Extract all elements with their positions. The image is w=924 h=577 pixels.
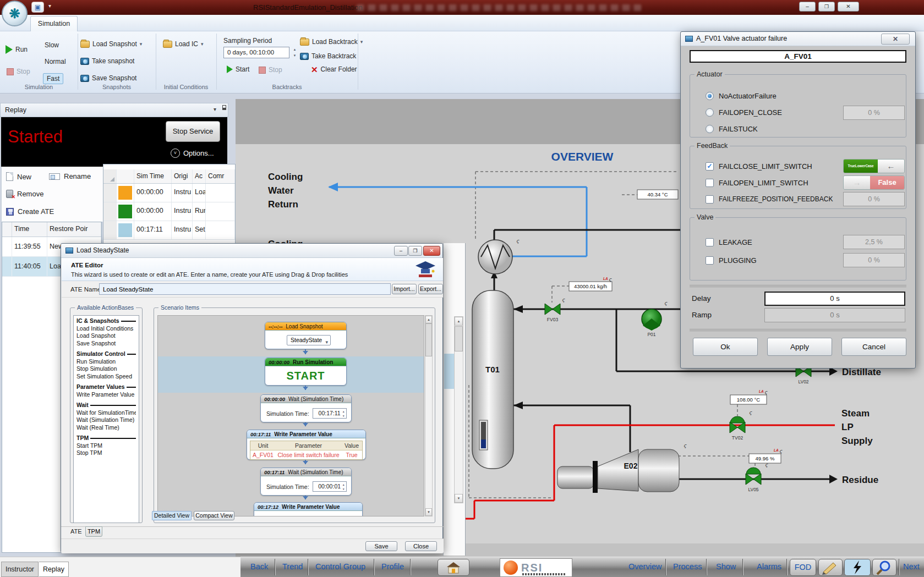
scrollbar-thumb[interactable] xyxy=(455,326,463,351)
select-all-cell[interactable] xyxy=(103,169,117,183)
import-button[interactable]: Import... xyxy=(392,284,417,294)
nav-next[interactable]: Next xyxy=(903,562,920,571)
clear-folder-button[interactable]: ✕Clear Folder xyxy=(311,65,357,73)
window-maximize-button[interactable]: ❐ xyxy=(818,2,835,12)
tab-ate[interactable]: ATE xyxy=(70,528,82,535)
action-header[interactable]: Ac xyxy=(193,169,206,183)
restore-point-column-header[interactable]: Restore Poir xyxy=(47,222,101,237)
actionbase-item[interactable]: Start TPM xyxy=(76,442,136,450)
rename-button[interactable]: Rename xyxy=(49,172,91,180)
load-ic-button[interactable]: Load IC▾ xyxy=(163,40,204,48)
failopen-toggle[interactable]: → False xyxy=(843,175,905,190)
save-button[interactable]: Save xyxy=(365,541,397,551)
nav-control-group[interactable]: Control Group xyxy=(315,562,365,571)
stop-service-button[interactable]: Stop Service xyxy=(166,121,220,142)
annotate-button[interactable] xyxy=(818,559,843,576)
apply-button[interactable]: Apply xyxy=(767,338,832,356)
home-button[interactable] xyxy=(438,559,469,576)
scenario-block-write-parameter-2[interactable]: 00:17:12Write Parameter Value xyxy=(254,502,363,516)
snapshot-select[interactable]: SteadyState▾ xyxy=(287,335,331,345)
app-menu-button[interactable]: ❋ xyxy=(2,1,28,26)
tab-replay[interactable]: Replay xyxy=(39,562,69,577)
checkbox-failopen-limit-switch[interactable] xyxy=(706,179,714,187)
dialog-title-bar[interactable]: A_FV01 Valve actuator failure ✕ xyxy=(681,32,915,46)
scroll-down-button[interactable]: ▼ xyxy=(455,494,463,503)
detailed-view-button[interactable]: Detailed View xyxy=(152,511,192,520)
take-snapshot-button[interactable]: Take snapshot xyxy=(80,57,134,65)
dialog-close-button[interactable]: ✕ xyxy=(881,34,910,45)
failclose-toggle[interactable]: TrueLowerCase ← xyxy=(843,159,905,173)
actionbase-item[interactable]: Load Initial Conditions xyxy=(76,325,136,333)
take-backtrack-button[interactable]: Take Backtrack xyxy=(300,52,356,60)
dialog-close-button[interactable]: ✕ xyxy=(423,246,440,256)
actionbase-item[interactable]: Wait (Simulation Time) xyxy=(76,416,136,424)
checkbox-failclose-limit-switch[interactable]: ✓ xyxy=(706,162,714,171)
new-button[interactable]: New xyxy=(6,172,31,181)
vertical-scrollbar[interactable]: ▲ ▼ xyxy=(454,316,463,503)
radio-failstuck[interactable] xyxy=(706,125,714,133)
origin-header[interactable]: Origi xyxy=(172,169,193,183)
tab-tpm[interactable]: TPM xyxy=(85,526,102,537)
scenario-block-write-parameter[interactable]: 00:17:11Write Parameter Value Unit Param… xyxy=(247,430,366,460)
nav-trend[interactable]: Trend xyxy=(282,562,303,571)
delay-input[interactable]: 0 s xyxy=(764,292,905,306)
options-button[interactable]: ˅ Options... xyxy=(171,149,214,158)
table-row[interactable]: 00:00:00 Instru Run xyxy=(103,202,235,221)
sampling-period-stepper[interactable]: ▲▼ xyxy=(291,47,298,58)
quick-access-icon[interactable]: ▣ xyxy=(31,2,44,13)
create-ate-button[interactable]: Create ATE xyxy=(6,207,54,216)
load-snapshot-button[interactable]: Load Snapshot▾ xyxy=(80,40,142,48)
nav-overview[interactable]: Overview xyxy=(628,562,661,571)
events-button[interactable] xyxy=(844,559,871,576)
scenario-block-run-simulation[interactable]: 00:00:00Run Simulation START xyxy=(265,358,347,386)
simulation-time-input[interactable]: 00:17:11▲▼ xyxy=(313,408,347,419)
load-backtrack-button[interactable]: Load Backtrack▾ xyxy=(300,38,363,46)
export-button[interactable]: Export... xyxy=(418,284,443,294)
actionbase-item[interactable]: Save Snapshot xyxy=(76,340,136,348)
checkbox-plugging[interactable] xyxy=(706,256,714,265)
actionbase-item[interactable]: Stop TPM xyxy=(76,449,136,457)
table-row[interactable]: 00:17:11 Instru Set xyxy=(103,221,235,240)
nav-show[interactable]: Show xyxy=(716,562,736,571)
scenario-block-load-snapshot[interactable]: --:--:--Load Snapshot SteadyState▾ xyxy=(265,322,347,349)
backtrack-start-button[interactable]: Start xyxy=(227,65,249,73)
checkbox-leakage[interactable] xyxy=(706,238,714,246)
actionbase-item[interactable]: Wait (Real Time) xyxy=(76,424,136,432)
right-arrow-icon[interactable]: → xyxy=(844,176,870,189)
comment-header[interactable]: Comr xyxy=(206,169,235,183)
scenario-block-wait-1[interactable]: 00:00:00Wait (Simulation Time) Simulatio… xyxy=(260,394,352,422)
left-arrow-icon[interactable]: ← xyxy=(878,160,904,173)
sampling-period-input[interactable]: 0 days, 00:10:00 xyxy=(223,47,289,58)
pin-icon[interactable] xyxy=(222,105,226,110)
sim-time-header[interactable]: Sim Time xyxy=(134,169,172,183)
tab-instructor[interactable]: Instructor xyxy=(1,562,39,577)
remove-button[interactable]: Remove xyxy=(6,190,43,198)
actionbase-item[interactable]: Run Simulation xyxy=(76,358,136,366)
actionbase-item[interactable]: Load Snapshot xyxy=(76,332,136,340)
scrollbar-thumb[interactable] xyxy=(425,323,432,356)
time-column-header[interactable]: Time xyxy=(12,222,47,237)
zoom-button[interactable] xyxy=(872,559,896,576)
nav-fod[interactable]: FOD xyxy=(790,559,816,576)
simulation-time-input[interactable]: 00:00:01▲▼ xyxy=(313,481,347,492)
close-button[interactable]: Close xyxy=(405,541,437,551)
table-row[interactable]: 00:00:00 Instru Loa xyxy=(103,184,235,202)
scenario-block-wait-2[interactable]: 00:17:11Wait (Simulation Time) Simulatio… xyxy=(260,468,352,496)
cancel-button[interactable]: Cancel xyxy=(841,338,906,356)
nav-process[interactable]: Process xyxy=(673,562,702,571)
window-minimize-button[interactable]: – xyxy=(799,2,816,12)
run-button[interactable]: Run xyxy=(6,45,28,54)
window-close-button[interactable]: ✕ xyxy=(838,2,859,12)
dialog-title-bar[interactable]: Load SteadyState – ❐ ✕ xyxy=(61,244,442,258)
checkbox-failfreeze-position-feedback[interactable] xyxy=(706,195,714,204)
actionbase-item[interactable]: Set Simulation Speed xyxy=(76,373,136,381)
ate-name-input[interactable] xyxy=(99,283,391,295)
actionbase-item[interactable]: Write Parameter Value xyxy=(76,391,136,399)
tab-simulation[interactable]: Simulation xyxy=(30,16,78,31)
ok-button[interactable]: Ok xyxy=(693,338,758,356)
dialog-minimize-button[interactable]: – xyxy=(394,246,408,256)
nav-profile[interactable]: Profile xyxy=(381,562,404,571)
actionbase-item[interactable]: Stop Simulation xyxy=(76,365,136,373)
quick-access-caret-icon[interactable]: ▾ xyxy=(48,3,51,9)
nav-alarms[interactable]: Alarms xyxy=(757,562,781,571)
